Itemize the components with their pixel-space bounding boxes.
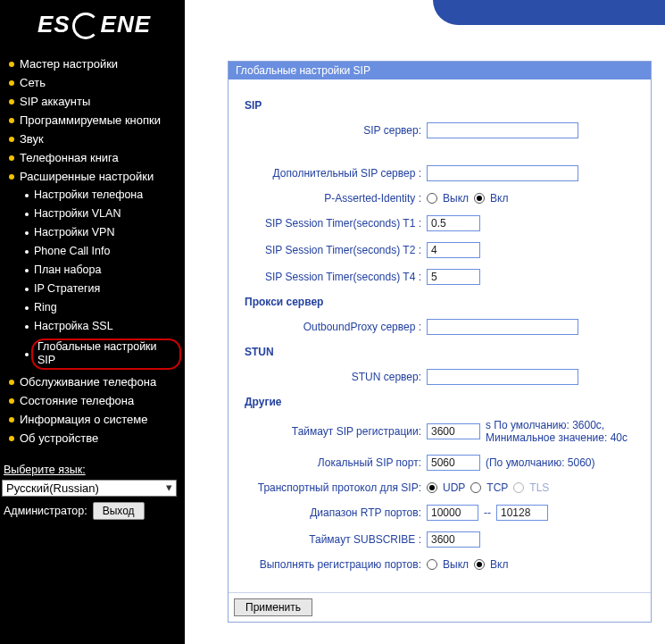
input-reg-timeout[interactable] — [427, 423, 480, 439]
sidebar-item-dialplan[interactable]: План набора — [21, 261, 185, 280]
sidebar-menu: Мастер настройки Сеть SIP аккаунты Прогр… — [0, 51, 185, 456]
bullet-icon — [9, 62, 14, 67]
input-rtp-from[interactable] — [427, 505, 478, 521]
label-port-reg: Выполнять регистрацию портов: — [239, 558, 427, 571]
sidebar-item-wizard[interactable]: Мастер настройки — [5, 54, 185, 73]
sidebar: ESENE Мастер настройки Сеть SIP аккаунты… — [0, 0, 185, 644]
menu-label: Об устройстве — [20, 431, 98, 445]
menu-label: Настройка SSL — [34, 320, 113, 333]
sidebar-item-global-sip[interactable]: Глобальные настройки SIP — [21, 336, 185, 372]
sidebar-submenu-advanced: Настройки телефона Настройки VLAN Настро… — [5, 186, 185, 372]
apply-button[interactable]: Применить — [234, 598, 312, 616]
sidebar-item-about[interactable]: Об устройстве — [5, 429, 185, 447]
input-sip-server[interactable] — [427, 122, 578, 138]
menu-label: Телефонная книга — [20, 151, 119, 164]
label-outbound: OutboundProxy сервер : — [239, 321, 427, 333]
label-sip-server: SIP сервер: — [239, 124, 427, 137]
input-subscribe-timeout[interactable] — [427, 531, 480, 548]
sidebar-item-ssl[interactable]: Настройка SSL — [21, 317, 185, 336]
sidebar-item-ip-strategy[interactable]: IP Стратегия — [21, 280, 185, 298]
input-stun[interactable] — [427, 369, 578, 385]
radio-transport-tcp[interactable] — [470, 482, 481, 493]
input-t2[interactable] — [427, 242, 480, 258]
menu-label: Состояние телефона — [20, 394, 134, 407]
menu-label: Глобальные настройки SIP — [37, 340, 170, 367]
sidebar-item-maintenance[interactable]: Обслуживание телефона — [5, 372, 185, 391]
input-t4[interactable] — [427, 269, 480, 285]
input-t1[interactable] — [427, 215, 480, 231]
language-select[interactable]: Русский(Russian) — [2, 480, 177, 497]
logout-button[interactable]: Выход — [93, 502, 145, 520]
hint-reg-timeout: s По умолчанию: 3600с, Минимальное значе… — [486, 419, 637, 444]
sidebar-item-call-info[interactable]: Phone Call Info — [21, 242, 185, 261]
input-local-port[interactable] — [427, 455, 480, 471]
menu-label: Ring — [34, 301, 57, 314]
label-p-asserted: P-Asserted-Identity : — [239, 192, 427, 205]
menu-label: Обслуживание телефона — [20, 375, 156, 389]
input-rtp-to[interactable] — [496, 505, 548, 521]
label-rtp-range: Диапазон RTP портов: — [239, 506, 427, 519]
menu-label: SIP аккаунты — [20, 95, 90, 108]
bullet-icon — [25, 231, 29, 235]
sidebar-item-status[interactable]: Состояние телефона — [5, 391, 185, 410]
bullet-icon — [9, 118, 14, 123]
content-area: Глобальные настройки SIP SIP SIP сервер:… — [185, 0, 665, 644]
menu-label: Мастер настройки — [20, 57, 118, 71]
input-alt-sip-server[interactable] — [427, 165, 578, 181]
sidebar-item-advanced[interactable]: Расширенные настройки — [5, 167, 185, 186]
label-t2: SIP Session Timer(seconds) T2 : — [239, 244, 427, 256]
bullet-icon — [25, 213, 29, 216]
bullet-icon — [9, 174, 14, 180]
admin-label: Администратор: — [4, 505, 87, 517]
label-t4: SIP Session Timer(seconds) T4 : — [239, 271, 427, 283]
sidebar-item-network[interactable]: Сеть — [5, 73, 185, 92]
sidebar-item-phone-settings[interactable]: Настройки телефона — [21, 186, 185, 205]
bullet-icon — [9, 137, 14, 142]
radio-label-tls: TLS — [529, 481, 549, 494]
top-decor — [185, 0, 665, 29]
current-item-highlight: Глобальные настройки SIP — [31, 339, 181, 370]
menu-label: Программируемые кнопки — [20, 113, 161, 127]
brand-logo: ESENE — [0, 0, 185, 51]
menu-label: Сеть — [20, 76, 46, 89]
input-outbound[interactable] — [427, 319, 578, 335]
bullet-icon — [9, 99, 14, 105]
radio-label-tcp: TCP — [486, 481, 508, 494]
bullet-icon — [9, 417, 14, 422]
sidebar-item-phonebook[interactable]: Телефонная книга — [5, 148, 185, 167]
sidebar-item-sip-accounts[interactable]: SIP аккаунты — [5, 92, 185, 111]
menu-label: Расширенные настройки — [20, 170, 154, 183]
menu-label: Информация о системе — [20, 413, 148, 426]
bullet-icon — [9, 155, 14, 161]
bullet-icon — [25, 250, 29, 254]
sidebar-item-sound[interactable]: Звук — [5, 130, 185, 148]
range-separator: -- — [484, 506, 491, 519]
label-transport: Транспортный протокол для SIP: — [239, 481, 427, 494]
bullet-icon — [9, 436, 14, 441]
sidebar-item-ring[interactable]: Ring — [21, 298, 185, 317]
sidebar-item-prog-keys[interactable]: Программируемые кнопки — [5, 111, 185, 130]
section-stun-title: STUN — [245, 346, 640, 358]
radio-label-off: Выкл — [443, 558, 469, 571]
radio-transport-udp[interactable] — [427, 482, 437, 493]
label-local-port: Локальный SIP порт: — [239, 456, 427, 469]
radio-port-reg-off[interactable] — [427, 559, 437, 570]
panel-title: Глобальные настройки SIP — [229, 62, 651, 79]
radio-p-asserted-off[interactable] — [427, 193, 437, 204]
label-stun: STUN сервер: — [239, 371, 427, 383]
bullet-icon — [25, 353, 29, 356]
radio-port-reg-on[interactable] — [474, 559, 485, 570]
radio-p-asserted-on[interactable] — [474, 193, 485, 204]
bullet-icon — [9, 80, 14, 86]
sidebar-item-vlan[interactable]: Настройки VLAN — [21, 205, 185, 223]
label-reg-timeout: Таймаут SIP регистрации: — [239, 425, 427, 438]
sidebar-item-vpn[interactable]: Настройки VPN — [21, 223, 185, 242]
logo-c-icon — [72, 13, 99, 39]
bullet-icon — [9, 380, 14, 385]
hint-local-port: (По умолчанию: 5060) — [486, 456, 595, 469]
bullet-icon — [25, 306, 29, 310]
sidebar-item-sysinfo[interactable]: Информация о системе — [5, 410, 185, 429]
radio-label-on: Вкл — [490, 558, 508, 571]
section-other-title: Другие — [245, 396, 640, 408]
section-sip-title: SIP — [245, 99, 640, 112]
